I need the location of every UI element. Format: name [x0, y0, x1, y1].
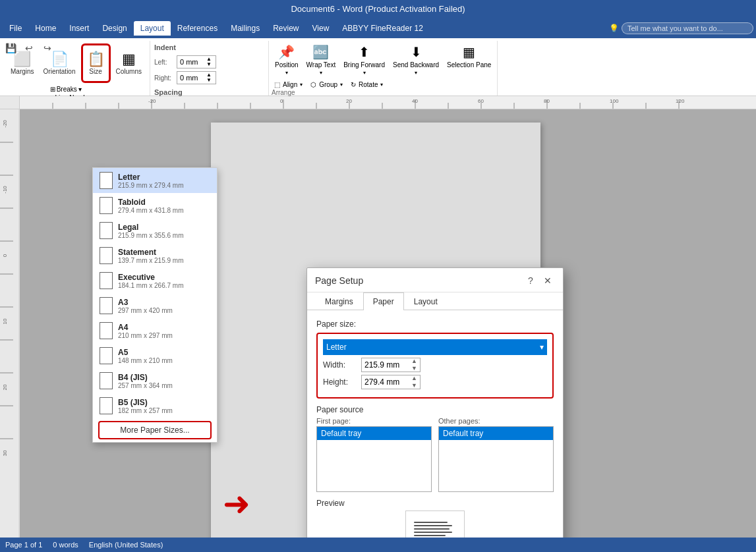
size-item-a5-icon [100, 347, 113, 364]
preview-line-2 [414, 525, 452, 526]
group-icon: ⬡ [310, 81, 316, 88]
width-label: Width: [323, 360, 356, 370]
redo-quick-btn[interactable]: ↪ [40, 40, 55, 56]
size-item-b4jis[interactable]: B4 (JIS) 257 mm x 364 mm [93, 368, 217, 393]
size-item-a5[interactable]: A5 148 mm x 210 mm [93, 343, 217, 368]
align-button[interactable]: ⬚ Align ▾ [272, 80, 305, 89]
other-pages-col-label: Other pages: [438, 417, 554, 425]
width-row: Width: 215.9 mm ▲ ▼ [323, 358, 547, 372]
size-item-a4[interactable]: A4 210 mm x 297 mm [93, 318, 217, 343]
indent-right-row: Right: 0 mm ▲ ▼ [154, 70, 264, 86]
other-pages-default-tray[interactable]: Default tray [439, 427, 553, 440]
wrap-text-button[interactable]: 🔤 Wrap Text ▾ [303, 42, 339, 79]
page-count: Page 1 of 1 [5, 541, 42, 549]
ribbon: ⬜ Margins 📄 Orientation 📋 Size ▦ Columns… [0, 38, 756, 96]
preview-line-3 [414, 528, 450, 530]
svg-text:20: 20 [346, 98, 352, 104]
menu-review[interactable]: Review [266, 21, 305, 36]
word-count: 0 words [53, 541, 78, 549]
group-button[interactable]: ⬡ Group ▾ [308, 80, 345, 89]
dialog-tabs: Margins Paper Layout [307, 292, 563, 310]
group-col: ⬡ Group ▾ [308, 80, 345, 89]
menu-home[interactable]: Home [28, 21, 63, 36]
height-input[interactable]: 279.4 mm ▲ ▼ [361, 375, 421, 389]
rotate-button[interactable]: ↻ Rotate ▾ [348, 80, 386, 89]
width-spinner[interactable]: ▲ ▼ [411, 358, 417, 372]
indent-left-spinner[interactable]: ▲ ▼ [205, 57, 213, 67]
save-quick-btn[interactable]: 💾 [3, 40, 18, 56]
paper-size-row: Letter ▾ [323, 339, 547, 355]
paper-size-section: Letter ▾ Width: 215.9 mm ▲ ▼ [316, 333, 554, 399]
indent-left-input[interactable]: 0 mm ▲ ▼ [177, 55, 216, 69]
menu-design[interactable]: Design [96, 21, 133, 36]
selection-pane-button[interactable]: ▦ Selection Pane [444, 42, 494, 79]
indent-right-spinner[interactable]: ▲ ▼ [205, 72, 213, 83]
size-item-b4jis-icon [100, 372, 113, 389]
size-item-b5jis-icon [100, 397, 113, 414]
undo-quick-btn[interactable]: ↩ [21, 40, 37, 56]
size-item-b5jis[interactable]: B5 (JIS) 182 mm x 257 mm [93, 393, 217, 418]
size-item-executive[interactable]: Executive 184.1 mm x 266.7 mm [93, 268, 217, 293]
send-backward-button[interactable]: ⬇ Send Backward ▾ [390, 42, 442, 79]
svg-text:-10: -10 [2, 186, 8, 194]
size-item-b5jis-dim: 182 mm x 257 mm [118, 407, 173, 414]
menu-layout[interactable]: Layout [134, 21, 171, 36]
tell-me-input[interactable] [622, 22, 753, 34]
title-bar: Document6 - Word (Product Activation Fai… [0, 0, 756, 18]
size-button[interactable]: 📋 Size [81, 43, 111, 83]
vertical-ruler: -20 -10 0 10 20 30 [0, 109, 20, 538]
menu-references[interactable]: References [171, 21, 224, 36]
quick-access-toolbar: 💾 ↩ ↪ [3, 38, 55, 58]
size-item-tabloid[interactable]: Tabloid 279.4 mm x 431.8 mm [93, 193, 217, 218]
status-bar: Page 1 of 1 0 words English (United Stat… [0, 538, 756, 552]
size-item-b4jis-name: B4 (JIS) [118, 373, 173, 382]
indent-right-input[interactable]: 0 mm ▲ ▼ [177, 71, 216, 84]
bring-forward-icon: ⬆ [359, 44, 370, 60]
position-button[interactable]: 📌 Position ▾ [272, 42, 302, 79]
size-item-legal[interactable]: Legal 215.9 mm x 355.6 mm [93, 218, 217, 243]
svg-text:40: 40 [412, 98, 418, 104]
size-item-a3[interactable]: A3 297 mm x 420 mm [93, 293, 217, 318]
tab-paper[interactable]: Paper [363, 292, 404, 310]
height-spinner[interactable]: ▲ ▼ [411, 375, 417, 389]
indent-left-row: Left: 0 mm ▲ ▼ [154, 54, 264, 70]
tab-margins[interactable]: Margins [315, 292, 363, 310]
dialog-controls: ? ✕ [523, 273, 555, 288]
document-area[interactable]: Letter 215.9 mm x 279.4 mm Tabloid 279.4… [20, 109, 756, 538]
breaks-button[interactable]: ⊞Breaks▾ [50, 86, 103, 93]
first-page-default-tray[interactable]: Default tray [317, 427, 431, 440]
bring-forward-button[interactable]: ⬆ Bring Forward ▾ [340, 42, 388, 79]
height-row: Height: 279.4 mm ▲ ▼ [323, 375, 547, 389]
preview-label: Preview [316, 499, 554, 508]
dialog-help-button[interactable]: ? [523, 273, 538, 288]
svg-text:30: 30 [2, 450, 8, 456]
size-item-letter-name: Letter [118, 173, 183, 182]
more-paper-sizes-button[interactable]: More Paper Sizes... [98, 421, 212, 439]
size-item-a4-icon [100, 322, 113, 339]
align-col: ⬚ Align ▾ [272, 80, 305, 89]
svg-text:20: 20 [2, 384, 8, 390]
size-item-letter-icon [100, 172, 113, 189]
columns-button[interactable]: ▦ Columns [112, 43, 146, 83]
tab-layout[interactable]: Layout [404, 292, 448, 310]
indent-section-label: Indent [154, 42, 264, 54]
dialog-close-button[interactable]: ✕ [540, 273, 555, 288]
width-input[interactable]: 215.9 mm ▲ ▼ [361, 358, 421, 372]
language: English (United States) [89, 541, 163, 549]
lightbulb-icon: 💡 [609, 24, 619, 33]
menu-abbyy[interactable]: ABBYY FineReader 12 [335, 21, 430, 36]
size-item-letter[interactable]: Letter 215.9 mm x 279.4 mm [93, 168, 217, 193]
title-text: Document6 - Word (Product Activation Fai… [291, 4, 465, 14]
menu-file[interactable]: File [3, 21, 28, 36]
size-item-statement[interactable]: Statement 139.7 mm x 215.9 mm [93, 243, 217, 268]
paper-size-select[interactable]: Letter ▾ [323, 339, 547, 355]
menu-insert[interactable]: Insert [63, 21, 96, 36]
size-item-tabloid-dim: 279.4 mm x 431.8 mm [118, 207, 183, 214]
menu-view[interactable]: View [306, 21, 336, 36]
svg-text:-20: -20 [2, 120, 8, 128]
other-pages-col: Other pages: Default tray [438, 417, 554, 492]
menu-mailings[interactable]: Mailings [224, 21, 266, 36]
other-pages-list[interactable]: Default tray [438, 426, 554, 492]
dialog-content: Paper size: Letter ▾ Width: 215.9 mm [307, 310, 563, 538]
first-page-list[interactable]: Default tray [316, 426, 432, 492]
